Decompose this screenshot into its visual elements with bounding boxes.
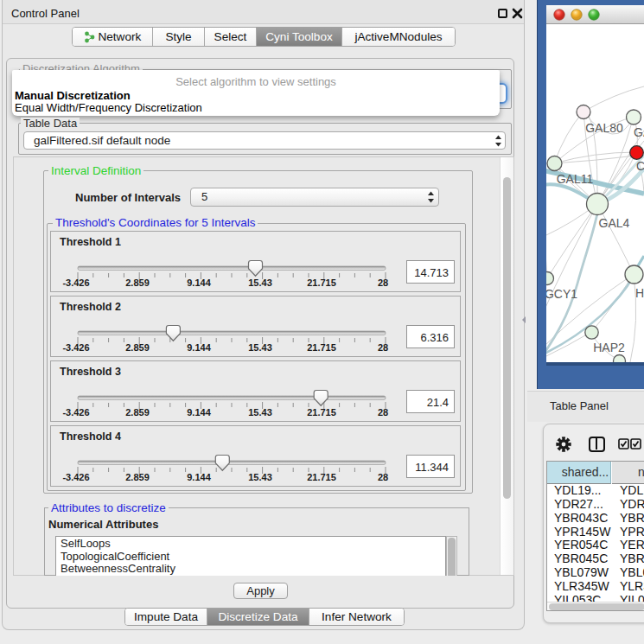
svg-text:HAP2: HAP2 bbox=[593, 341, 625, 354]
svg-text:HI: HI bbox=[635, 286, 644, 300]
svg-text:GAL80: GAL80 bbox=[585, 121, 623, 135]
svg-text:GCY1: GCY1 bbox=[546, 287, 577, 301]
svg-text:GAL11: GAL11 bbox=[557, 172, 594, 186]
svg-text:GAL4: GAL4 bbox=[599, 216, 630, 230]
svg-text:GA: GA bbox=[634, 125, 644, 139]
svg-text:C: C bbox=[636, 159, 644, 173]
